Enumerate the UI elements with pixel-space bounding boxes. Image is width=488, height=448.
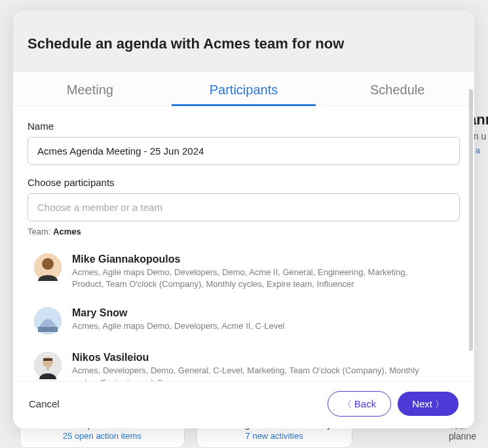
list-item[interactable]: Nikos Vasileiou Acmes, Developers, Demo,… [28, 345, 460, 381]
svg-rect-3 [38, 327, 58, 332]
cancel-button[interactable]: Cancel [29, 398, 60, 409]
back-label: Back [354, 398, 376, 409]
modal-header: Schedule an agenda with Acmes team for n… [13, 10, 474, 72]
tab-participants[interactable]: Participants [167, 72, 321, 105]
participant-name: Mary Snow [72, 307, 284, 319]
schedule-modal: Schedule an agenda with Acmes team for n… [13, 10, 474, 428]
chevron-right-icon: 〉 [435, 400, 444, 409]
avatar [34, 253, 62, 281]
back-button[interactable]: 〈 Back [328, 391, 391, 417]
participants-input[interactable] [28, 193, 460, 221]
next-button[interactable]: Next 〉 [398, 392, 459, 416]
list-item[interactable]: Mary Snow Acmes, Agile maps Demo, Develo… [28, 301, 460, 345]
participant-teams: Acmes, Agile maps Demo, Developers, Acme… [72, 320, 284, 332]
chevron-left-icon: 〈 [343, 400, 352, 409]
list-item[interactable]: Mike Giannakopoulos Acmes, Agile maps De… [28, 247, 460, 301]
tab-meeting[interactable]: Meeting [13, 72, 167, 105]
svg-rect-6 [43, 358, 52, 361]
modal-title: Schedule an agenda with Acmes team for n… [28, 35, 460, 52]
team-note: Team: Acmes [28, 227, 460, 236]
next-label: Next [412, 398, 432, 409]
modal-tabs: Meeting Participants Schedule [13, 72, 474, 106]
participant-list: Mike Giannakopoulos Acmes, Agile maps De… [28, 247, 460, 381]
svg-rect-7 [47, 366, 49, 370]
participant-name: Mike Giannakopoulos [72, 253, 439, 265]
tab-schedule[interactable]: Schedule [320, 72, 474, 105]
scrollbar[interactable] [469, 89, 473, 403]
scrollbar-thumb[interactable] [469, 89, 473, 351]
team-name: Acmes [53, 227, 81, 236]
name-input[interactable] [28, 137, 460, 165]
modal-body: Name Choose participants Team: Acmes Mik… [13, 106, 474, 381]
avatar [34, 352, 62, 379]
modal-footer: Cancel 〈 Back Next 〉 [13, 381, 474, 428]
team-prefix: Team: [28, 227, 53, 236]
participant-name: Nikos Vasileiou [72, 352, 439, 364]
avatar [34, 307, 62, 335]
participant-teams: Acmes, Agile maps Demo, Developers, Demo… [72, 267, 439, 290]
participants-label: Choose participants [28, 177, 460, 188]
participant-teams: Acmes, Developers, Demo, General, C-Leve… [72, 365, 439, 381]
name-label: Name [28, 121, 460, 132]
svg-point-1 [42, 258, 54, 270]
